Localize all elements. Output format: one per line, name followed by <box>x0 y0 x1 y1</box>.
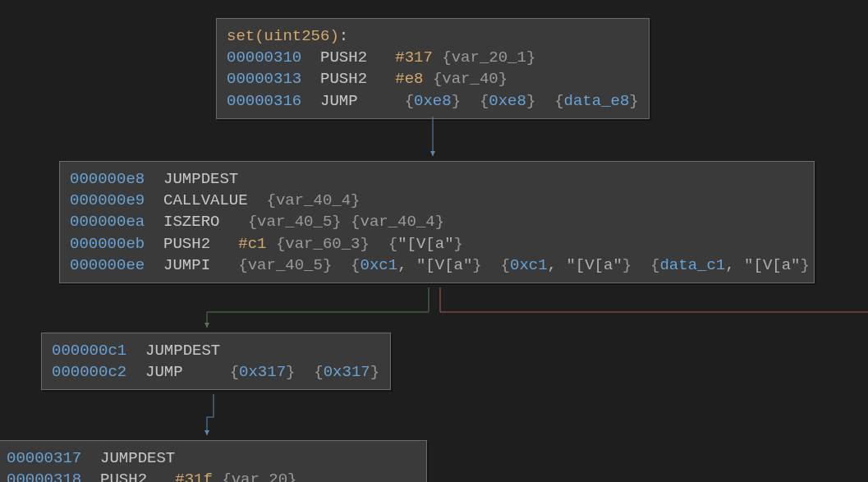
cfg-block-3: 000000c1 JUMPDEST 000000c2 JUMP {0x317} … <box>41 333 391 390</box>
instruction-row: 00000316 JUMP {0xe8} {0xe8} {data_e8} <box>227 90 639 112</box>
instruction-row: 000000ea ISZERO {var_40_5} {var_40_4} <box>70 211 804 232</box>
instruction-row: 000000c1 JUMPDEST <box>52 340 380 361</box>
instruction-row: 000000c2 JUMP {0x317} {0x317} <box>52 361 380 383</box>
instruction-row: 00000310 PUSH2 #317 {var_20_1} <box>227 47 639 68</box>
instruction-row: 000000e8 JUMPDEST <box>70 168 804 190</box>
cfg-block-1: set(uint256): 00000310 PUSH2 #317 {var_2… <box>216 18 650 119</box>
instruction-row: 00000313 PUSH2 #e8 {var_40} <box>227 68 639 90</box>
edge-3-4 <box>207 394 214 435</box>
cfg-block-2: 000000e8 JUMPDEST 000000e9 CALLVALUE {va… <box>59 161 815 283</box>
instruction-row: 000000e9 CALLVALUE {var_40_4} <box>70 190 804 211</box>
instruction-row: 00000318 PUSH2 #31f {var_20} <box>7 469 416 482</box>
func-header: set(uint256): <box>227 25 639 47</box>
edge-2-right <box>440 287 868 312</box>
instruction-row: 000000ee JUMPI {var_40_5} {0xc1, "[V[a"}… <box>70 255 804 276</box>
edge-2-3 <box>207 287 429 328</box>
func-sig: set(uint256) <box>227 27 339 45</box>
cfg-block-4: 00000317 JUMPDEST 00000318 PUSH2 #31f {v… <box>0 440 427 482</box>
instruction-row: 00000317 JUMPDEST <box>7 448 416 469</box>
instruction-row: 000000eb PUSH2 #c1 {var_60_3} {"[V[a"} <box>70 233 804 255</box>
